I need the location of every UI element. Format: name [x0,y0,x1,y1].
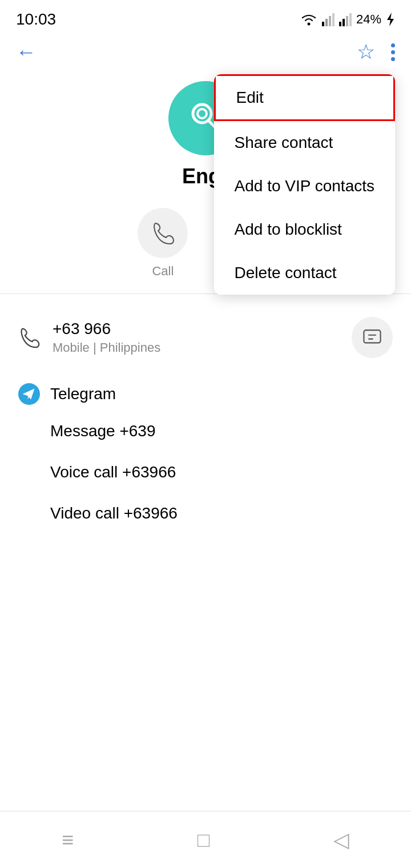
favorite-button[interactable]: ☆ [357,40,375,64]
call-label: Call [152,264,174,279]
telegram-message[interactable]: Message +639 [50,411,393,452]
telegram-actions: Message +639 Voice call +63966 Video cal… [18,411,393,534]
telegram-header: Telegram [18,377,393,411]
call-button[interactable]: Call [138,208,188,279]
telegram-section: Telegram Message +639 Voice call +63966 … [0,372,411,540]
status-time: 10:03 [16,10,56,29]
svg-rect-8 [349,13,352,26]
sms-button[interactable] [352,317,393,358]
nav-menu-button[interactable]: ≡ [62,828,74,852]
nav-right-actions: ☆ [357,40,395,64]
status-bar: 10:03 24% [0,0,411,34]
nav-home-button[interactable]: □ [198,828,210,852]
call-icon-circle [138,208,188,258]
svg-rect-7 [346,16,348,26]
phone-details: +63 966 Mobile | Philippines [53,320,160,355]
nav-bar: ≡ □ ◁ [0,811,411,868]
contact-info: +63 966 Mobile | Philippines [0,303,411,372]
call-icon [151,221,175,245]
sms-icon [362,327,382,348]
svg-rect-6 [342,19,345,26]
telegram-icon [18,383,40,405]
telegram-voice-call[interactable]: Voice call +63966 [50,452,393,493]
svg-rect-3 [329,16,331,26]
battery-charging-icon [386,13,395,26]
dropdown-share-contact[interactable]: Share contact [214,121,395,164]
telegram-video-call[interactable]: Video call +63966 [50,493,393,534]
phone-type: Mobile | Philippines [53,340,160,355]
dropdown-menu: Edit Share contact Add to VIP contacts A… [214,74,395,295]
dropdown-add-blocklist[interactable]: Add to blocklist [214,208,395,251]
status-icons: 24% [300,12,395,27]
more-options-button[interactable] [391,43,395,61]
svg-rect-17 [364,330,380,343]
telegram-label: Telegram [50,385,116,403]
top-nav: ← ☆ [0,34,411,70]
phone-number: +63 966 [53,320,160,338]
wifi-icon [300,13,317,26]
phone-left: +63 966 Mobile | Philippines [18,320,160,355]
back-button[interactable]: ← [16,42,37,62]
dropdown-delete-contact[interactable]: Delete contact [214,251,395,295]
phone-row: +63 966 Mobile | Philippines [18,309,393,366]
signal1-icon [322,13,335,26]
svg-rect-1 [322,22,324,26]
signal2-icon [339,13,352,26]
nav-back-button[interactable]: ◁ [333,828,349,852]
battery-text: 24% [356,12,381,27]
dropdown-add-vip[interactable]: Add to VIP contacts [214,164,395,208]
svg-rect-5 [339,22,341,26]
svg-rect-4 [332,13,335,26]
svg-point-12 [198,109,207,118]
svg-marker-9 [387,13,394,26]
svg-point-0 [307,23,310,26]
phone-contact-icon [18,327,40,348]
svg-rect-2 [325,19,328,26]
dropdown-edit[interactable]: Edit [214,74,395,121]
